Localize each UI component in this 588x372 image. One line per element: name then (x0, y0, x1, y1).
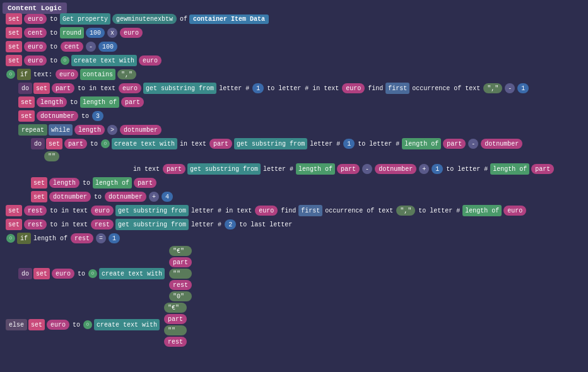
dotnumber-var-6[interactable]: dotnumber (105, 192, 146, 202)
rest-var-2[interactable]: rest (24, 219, 47, 230)
num-1-2[interactable]: 1 (343, 139, 355, 149)
set-block-12[interactable]: set (6, 219, 22, 230)
euro-var-3[interactable]: euro (24, 42, 47, 52)
euro-var-9[interactable]: euro (91, 206, 114, 216)
length-var-1[interactable]: length (37, 97, 67, 107)
rest-var-4[interactable]: rest (71, 233, 93, 243)
get-substring-3[interactable]: get substring from (187, 163, 261, 175)
euro-var-13[interactable]: euro (47, 320, 69, 330)
length-of-1[interactable]: length of (80, 96, 119, 108)
empty-str-1[interactable]: "" (44, 151, 59, 161)
set-block-1[interactable]: set (6, 13, 22, 25)
do-block-2[interactable]: do (31, 138, 45, 149)
dotnumber-var-5[interactable]: dotnumber (49, 192, 91, 202)
repeat-block[interactable]: repeat (18, 124, 47, 136)
one-num-4[interactable]: 1 (109, 233, 120, 243)
minus-op-2[interactable]: - (505, 83, 515, 93)
zero-str-1[interactable]: "0" (169, 291, 192, 301)
cent-var-2[interactable]: cent (61, 42, 83, 52)
euro-var-4[interactable]: euro (24, 55, 47, 66)
part-var-7[interactable]: part (337, 164, 360, 174)
length-of-3[interactable]: length of (296, 163, 335, 175)
plus-op-1[interactable]: + (419, 164, 429, 174)
part-var-5[interactable]: part (443, 139, 466, 149)
part-var-10[interactable]: part (169, 257, 192, 267)
first-block-2[interactable]: first (298, 205, 322, 216)
part-var-1[interactable]: part (52, 83, 74, 93)
hundred-num-2[interactable]: 100 (98, 42, 117, 52)
length-of-2[interactable]: length of (402, 138, 441, 149)
length-of-4[interactable]: length of (490, 163, 529, 175)
one-num-3[interactable]: 1 (432, 164, 443, 174)
set-block-6[interactable]: set (18, 96, 35, 108)
comma-string[interactable]: "," (117, 69, 136, 79)
set-block-11[interactable]: set (6, 205, 22, 216)
rest-var-5[interactable]: rest (169, 280, 192, 290)
euro-var-7[interactable]: euro (119, 83, 141, 93)
dotnumber-var-4[interactable]: dotnumber (375, 164, 416, 174)
set-block-3[interactable]: set (6, 41, 22, 52)
euro-var-2[interactable]: euro (120, 28, 143, 38)
part-var-11[interactable]: part (164, 314, 187, 324)
comma-str-2[interactable]: "," (483, 83, 502, 93)
get-substring-5[interactable]: get substring from (115, 219, 189, 230)
part-var-2[interactable]: part (121, 97, 144, 107)
length-var-2[interactable]: length (74, 125, 105, 135)
comma-str-3[interactable]: "," (396, 206, 415, 216)
create-text-1[interactable]: create text with (71, 55, 137, 66)
first-block-1[interactable]: first (385, 83, 409, 94)
euro-var-12[interactable]: euro (52, 269, 74, 279)
euro-str-1[interactable]: "€" (169, 246, 192, 256)
do-block-3[interactable]: do (18, 268, 32, 279)
euro-var-8[interactable]: euro (342, 83, 365, 93)
set-block-8[interactable]: set (46, 138, 62, 149)
hundred-num-1[interactable]: 100 (86, 28, 105, 38)
x-operator-1[interactable]: x (107, 28, 117, 38)
minus-op-3[interactable]: - (468, 139, 478, 149)
get-substring-4[interactable]: get substring from (115, 205, 189, 216)
set-block-10[interactable]: set (31, 191, 47, 202)
length-var-3[interactable]: length (49, 178, 79, 188)
length-of-5[interactable]: length of (93, 177, 132, 189)
length-of-6[interactable]: length of (462, 205, 502, 216)
dotnumber-var-2[interactable]: dotnumber (120, 125, 162, 135)
two-num[interactable]: 2 (225, 219, 236, 230)
container-item-data[interactable]: container Item Data (189, 15, 269, 24)
set-block-13[interactable]: set (33, 268, 50, 279)
create-text-2[interactable]: create text with (112, 138, 177, 149)
set-block-9[interactable]: set (31, 177, 47, 189)
gewminutenexbtw-var[interactable]: gewminutenexbtw (112, 14, 177, 24)
three-num[interactable]: 3 (92, 111, 103, 121)
part-var-4[interactable]: part (209, 139, 232, 149)
while-block[interactable]: while (49, 124, 73, 136)
contains-block[interactable]: contains (80, 69, 115, 80)
set-block-14[interactable]: set (28, 319, 45, 330)
if-block-2[interactable]: if (17, 233, 31, 244)
empty-str-3[interactable]: "" (164, 325, 187, 335)
dotnumber-var-3[interactable]: dotnumber (481, 139, 522, 149)
euro-var-10[interactable]: euro (255, 206, 278, 216)
create-text-3[interactable]: create text with (99, 268, 165, 279)
part-var-6[interactable]: part (163, 164, 185, 174)
minus-op-4[interactable]: - (362, 164, 372, 174)
rest-var-3[interactable]: rest (91, 219, 114, 230)
round-block[interactable]: round (60, 27, 84, 38)
set-block-4[interactable]: set (6, 55, 22, 66)
num-1-1[interactable]: 1 (252, 83, 264, 93)
equals-op[interactable]: = (96, 233, 106, 243)
get-substring-1[interactable]: get substring from (143, 83, 216, 94)
four-num[interactable]: 4 (162, 192, 173, 202)
rest-var-6[interactable]: rest (164, 337, 187, 347)
euro-var-5[interactable]: euro (139, 55, 162, 66)
minus-op-1[interactable]: - (86, 42, 96, 52)
euro-var-1[interactable]: euro (24, 14, 47, 24)
if-block-1[interactable]: if (17, 69, 31, 80)
greater-op[interactable]: > (107, 125, 117, 135)
empty-str-2[interactable]: "" (169, 269, 192, 279)
get-substring-2[interactable]: get substring from (234, 138, 307, 149)
set-block-5[interactable]: set (33, 83, 50, 94)
set-block-7[interactable]: set (18, 110, 35, 122)
part-var-3[interactable]: part (64, 139, 87, 149)
euro-var-6[interactable]: euro (56, 69, 78, 79)
do-block-1[interactable]: do (18, 83, 32, 94)
